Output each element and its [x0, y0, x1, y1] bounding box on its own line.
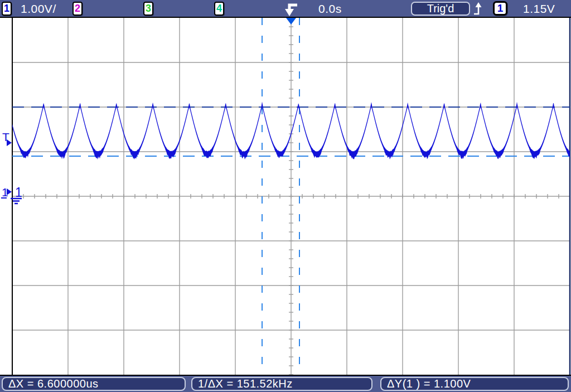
trigger-source-badge: 1 — [493, 1, 507, 16]
trigger-time-marker[interactable] — [286, 18, 296, 25]
channel-4-badge: 4 — [214, 2, 224, 16]
trigger-position-icon[interactable] — [280, 1, 299, 17]
trigger-status-box: Trig'd — [411, 2, 470, 16]
channel-trace-label: 1 — [15, 185, 22, 200]
time-offset-readout: 0.0s — [318, 2, 342, 16]
status-bar: 1 1.00V/ 2 3 4 0.0s 10.00us/ Trig'd 1 1.… — [0, 0, 571, 18]
rising-edge-trigger-icon — [472, 2, 485, 16]
oscilloscope-screen: 1 1.00V/ 2 3 4 0.0s 10.00us/ Trig'd 1 1.… — [0, 0, 571, 392]
delta-x-readout: ΔX = 6.600000us — [2, 377, 186, 391]
channel-3-badge: 3 — [143, 2, 153, 16]
channel-1-scale: 1.00V/ — [21, 2, 56, 16]
trigger-level-marker[interactable]: T — [2, 130, 12, 146]
measurement-bar: ΔX = 6.600000us 1/ΔX = 151.52kHz ΔY(1 ) … — [0, 375, 571, 392]
trigger-level-readout: 1.15V — [523, 2, 555, 16]
waveform-area: T 1 1 — [0, 18, 571, 375]
delta-y-readout: ΔY(1 ) = 1.100V — [380, 377, 569, 391]
channel-1-badge: 1 — [2, 2, 12, 16]
waveform-display: T 1 1 — [0, 18, 571, 375]
inverse-delta-x-readout: 1/ΔX = 151.52kHz — [191, 377, 372, 391]
channel-2-badge: 2 — [72, 2, 83, 16]
